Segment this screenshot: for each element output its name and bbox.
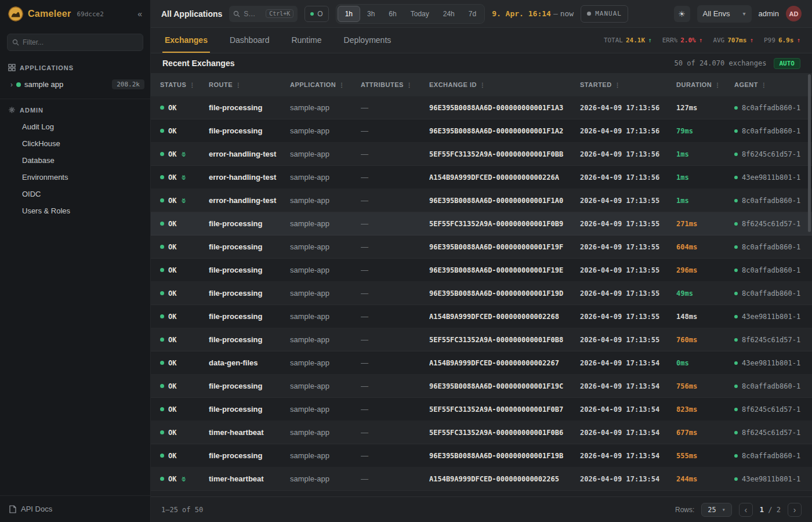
column-header-duration[interactable]: DURATION⋮ — [676, 81, 734, 88]
status-cell: OK — [160, 220, 209, 228]
exchange-id-cell: 96E395B0088AA6D-000000000001F1A3 — [429, 104, 580, 112]
agent-cell: 43ee9811b801-1 — [734, 475, 803, 483]
table-row[interactable]: OKfile-processingsample-app—96E395B0088A… — [151, 96, 812, 119]
table-row[interactable]: OKfile-processingsample-app—96E395B0088A… — [151, 259, 812, 282]
time-range-6h[interactable]: 6h — [382, 6, 403, 22]
table-row[interactable]: OKfile-processingsample-app—5EF55FC31352… — [151, 328, 812, 351]
agent-cell: 43ee9811b801-1 — [734, 359, 803, 367]
filter-input[interactable] — [23, 38, 138, 46]
time-range-1h[interactable]: 1h — [338, 6, 360, 22]
sidebar-item-database[interactable]: Database — [0, 152, 150, 169]
tab-runtime[interactable]: Runtime — [289, 28, 324, 53]
time-range-3h[interactable]: 3h — [360, 6, 382, 22]
time-range-today[interactable]: Today — [404, 6, 436, 22]
started-cell: 2026-04-09 17:13:54 — [580, 405, 676, 414]
sidebar-item-environments[interactable]: Environments — [0, 169, 150, 186]
next-page-button[interactable]: › — [788, 503, 802, 517]
column-header-exchange-id[interactable]: EXCHANGE ID⋮ — [429, 81, 580, 88]
sidebar-item-oidc[interactable]: OIDC — [0, 186, 150, 202]
scrollbar-thumb[interactable] — [808, 74, 811, 232]
table-row[interactable]: OKerror-handling-testsample-app—A154B9A9… — [151, 166, 812, 189]
route-cell: file-processing — [209, 312, 290, 321]
status-ok-dot-icon — [160, 152, 164, 156]
status-cell: OK — [160, 405, 209, 414]
route-cell: file-processing — [209, 405, 290, 414]
status-cell: OK — [160, 359, 209, 367]
table-row[interactable]: OKtimer-heartbeatsample-app—A154B9A999DF… — [151, 467, 812, 491]
date-range-display[interactable]: 9. Apr. 16:14–now — [492, 9, 574, 18]
table-row[interactable]: OKfile-processingsample-app—96E395B0088A… — [151, 119, 812, 143]
application-cell: sample-app — [290, 103, 361, 112]
sidebar-item-sample-app[interactable]: › sample app 208.2k — [0, 76, 150, 93]
table-row[interactable]: OKerror-handling-testsample-app—5EF55FC3… — [151, 143, 812, 166]
attributes-cell: — — [361, 173, 429, 182]
cameleer-logo-icon — [8, 6, 23, 21]
tab-deployments[interactable]: Deployments — [342, 28, 394, 53]
api-docs-label: API Docs — [21, 505, 52, 513]
time-range-24h[interactable]: 24h — [436, 6, 462, 22]
applications-section-header: APPLICATIONS — [0, 59, 150, 76]
column-header-status[interactable]: STATUS⋮ — [160, 81, 209, 88]
column-header-attributes[interactable]: ATTRIBUTES⋮ — [361, 81, 429, 88]
tab-dashboard[interactable]: Dashboard — [227, 28, 272, 53]
section-title: Recent Exchanges — [162, 59, 235, 68]
prev-page-button[interactable]: ‹ — [739, 503, 753, 517]
started-cell: 2026-04-09 17:13:55 — [580, 313, 676, 321]
env-select-value: All Envs — [703, 9, 730, 18]
api-docs-link[interactable]: API Docs — [0, 495, 150, 522]
avatar[interactable]: AD — [786, 6, 802, 21]
table-row[interactable]: OKfile-processingsample-app—5EF55FC31352… — [151, 212, 812, 235]
table-row[interactable]: OKtimer-heartbeatsample-app—5EF55FC31352… — [151, 421, 812, 444]
sidebar-item-clickhouse[interactable]: ClickHouse — [0, 135, 150, 152]
manual-refresh-toggle[interactable]: MANUAL — [581, 5, 628, 23]
table-row[interactable]: OKfile-processingsample-app—96E395B0088A… — [151, 282, 812, 305]
sidebar-item-audit-log[interactable]: Audit Log — [0, 118, 150, 135]
application-cell: sample-app — [290, 312, 361, 321]
sidebar-item-users-roles[interactable]: Users & Roles — [0, 202, 150, 219]
table-row[interactable]: OKfile-processingsample-app—A154B9A999DF… — [151, 305, 812, 328]
stats-strip: TOTAL 24.1K ↑ ERR% 2.0% ↑ AVG 707ms ↑ P9… — [604, 28, 800, 53]
time-range-group: 1h 3h 6h Today 24h 7d — [336, 4, 485, 24]
theme-toggle-button[interactable]: ☀ — [674, 6, 690, 22]
sort-icon: ⋮ — [761, 82, 767, 88]
column-header-application[interactable]: APPLICATION⋮ — [290, 81, 361, 88]
time-range-7d[interactable]: 7d — [462, 6, 483, 22]
sort-icon: ⋮ — [480, 82, 486, 88]
table-row[interactable]: OKdata-gen-filessample-app—A154B9A999DFC… — [151, 351, 812, 375]
attributes-cell: — — [361, 335, 429, 344]
column-header-route[interactable]: ROUTE⋮ — [209, 81, 290, 88]
manual-dot-icon — [587, 12, 591, 16]
chevron-right-icon[interactable]: › — [10, 81, 13, 89]
status-ok-dot-icon — [160, 477, 164, 481]
column-header-agent[interactable]: AGENT⋮ — [734, 81, 803, 88]
env-select[interactable]: All Envs ▾ — [697, 5, 752, 23]
stat-total: TOTAL 24.1K ↑ — [604, 37, 652, 44]
exchange-id-cell: A154B9A999DFCED-000000000002268 — [429, 313, 580, 321]
table-row[interactable]: OKfile-processingsample-app—96E395B0088A… — [151, 444, 812, 467]
table-row[interactable]: OKfile-processingsample-app—96E395B0088A… — [151, 375, 812, 398]
status-cell: OK — [160, 150, 209, 158]
route-cell: error-handling-test — [209, 150, 290, 158]
table-row[interactable]: OKfile-processingsample-app—5EF55FC31352… — [151, 398, 812, 421]
rows-per-page-select[interactable]: 25 ▾ — [701, 503, 731, 517]
status-cell: OK — [160, 336, 209, 344]
stat-avg: AVG 707ms ↑ — [713, 37, 753, 44]
agent-dot-icon — [734, 454, 738, 458]
table-row[interactable]: OKfile-processingsample-app—96E395B0088A… — [151, 235, 812, 259]
status-cell: OK — [160, 429, 209, 437]
tab-exchanges[interactable]: Exchanges — [162, 28, 210, 53]
table-row[interactable]: OKerror-handling-testsample-app—96E395B0… — [151, 189, 812, 212]
started-cell: 2026-04-09 17:13:55 — [580, 243, 676, 251]
app-count-badge: 208.2k — [112, 79, 144, 89]
global-search[interactable]: S… Ctrl+K — [229, 6, 298, 22]
auto-refresh-badge[interactable]: AUTO — [774, 58, 801, 69]
duration-cell: 756ms — [676, 382, 734, 390]
online-toggle[interactable]: O — [304, 6, 328, 22]
duration-cell: 244ms — [676, 475, 734, 483]
bug-icon — [180, 174, 187, 180]
sidebar-filter[interactable] — [7, 34, 143, 51]
column-header-started[interactable]: STARTED⋮ — [580, 81, 676, 88]
started-cell: 2026-04-09 17:13:55 — [580, 266, 676, 274]
agent-dot-icon — [734, 176, 738, 179]
sidebar-collapse-icon[interactable]: « — [137, 9, 142, 19]
